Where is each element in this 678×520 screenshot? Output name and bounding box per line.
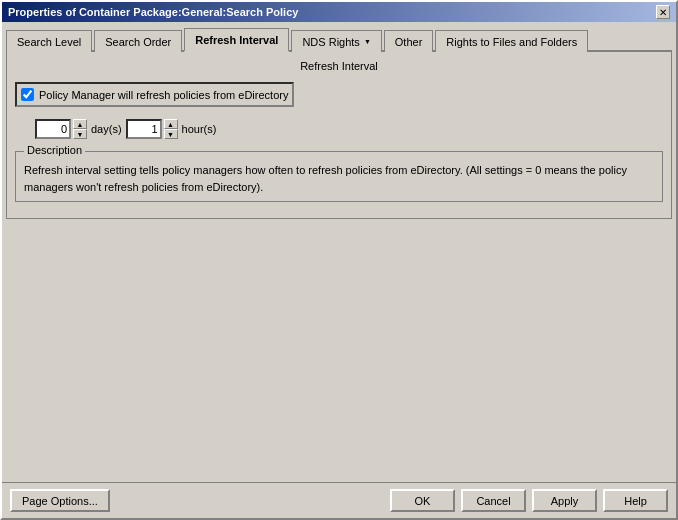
days-label: day(s) [91,123,122,135]
tab-nds-rights[interactable]: NDS Rights ▼ [291,30,381,52]
tab-refresh-interval[interactable]: Refresh Interval [184,28,289,52]
refresh-checkbox[interactable] [21,88,34,101]
title-bar: Properties of Container Package:General:… [2,2,676,22]
cancel-button[interactable]: Cancel [461,489,526,512]
hours-label: hour(s) [182,123,217,135]
tab-search-order[interactable]: Search Order [94,30,182,52]
days-spinner-group: ▲ ▼ [35,119,87,139]
description-text: Refresh interval setting tells policy ma… [24,158,654,195]
refresh-checkbox-label: Policy Manager will refresh policies fro… [39,89,288,101]
tab-row: Search Level Search Order Refresh Interv… [6,26,672,52]
tabs-container: Search Level Search Order Refresh Interv… [6,26,672,219]
tab-panel: Refresh Interval Policy Manager will ref… [6,52,672,219]
days-decrement-button[interactable]: ▼ [73,129,87,139]
checkbox-row: Policy Manager will refresh policies fro… [15,82,294,107]
nds-rights-dropdown-arrow[interactable]: ▼ [364,38,371,45]
tab-search-level[interactable]: Search Level [6,30,92,52]
panel-subtitle: Refresh Interval [15,60,663,72]
days-input[interactable] [35,119,71,139]
window-title: Properties of Container Package:General:… [8,6,298,18]
window-content: Search Level Search Order Refresh Interv… [2,22,676,482]
hours-decrement-button[interactable]: ▼ [164,129,178,139]
bottom-left: Page Options... [10,489,110,512]
description-box: Description Refresh interval setting tel… [15,151,663,202]
spinners-row: ▲ ▼ day(s) ▲ ▼ hour(s) [35,119,663,139]
tab-rights-files-folders[interactable]: Rights to Files and Folders [435,30,588,52]
days-spinner-buttons: ▲ ▼ [73,119,87,139]
hours-input[interactable] [126,119,162,139]
close-button[interactable]: ✕ [656,5,670,19]
description-legend: Description [24,144,85,156]
apply-button[interactable]: Apply [532,489,597,512]
bottom-right: OK Cancel Apply Help [390,489,668,512]
hours-spinner-buttons: ▲ ▼ [164,119,178,139]
bottom-bar: Page Options... OK Cancel Apply Help [2,482,676,518]
hours-increment-button[interactable]: ▲ [164,119,178,129]
days-increment-button[interactable]: ▲ [73,119,87,129]
page-options-button[interactable]: Page Options... [10,489,110,512]
hours-spinner-group: ▲ ▼ [126,119,178,139]
ok-button[interactable]: OK [390,489,455,512]
tab-other[interactable]: Other [384,30,434,52]
help-button[interactable]: Help [603,489,668,512]
main-window: Properties of Container Package:General:… [0,0,678,520]
